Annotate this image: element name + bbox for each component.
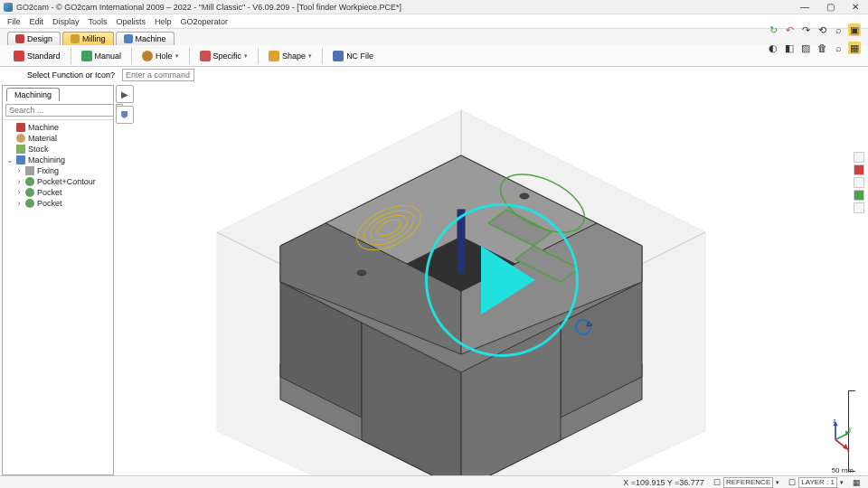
command-prompt: Select Function or Icon?: [27, 70, 115, 80]
right-strip: [854, 152, 866, 213]
rotate-icon[interactable]: ⟲: [816, 23, 828, 36]
material-icon: [16, 134, 25, 143]
milling-icon: [71, 34, 80, 43]
tree-pocket-1[interactable]: ›Pocket: [6, 187, 109, 198]
design-icon: [15, 34, 24, 43]
minimize-button[interactable]: —: [796, 1, 814, 14]
op-icon: [25, 177, 34, 186]
menu-bar: File Edit Display Tools Opelists Help GO…: [0, 14, 868, 29]
title-bar: GO2cam - © GO2cam International 2009 – 2…: [0, 0, 868, 14]
play-icon: [481, 246, 535, 314]
toolbar: Standard Manual Hole▾ Specific▾ Shape▾ N…: [0, 45, 868, 67]
title-text: GO2cam - © GO2cam International 2009 – 2…: [16, 3, 796, 12]
tool3-icon[interactable]: ▨: [799, 42, 812, 54]
fix-icon: [25, 166, 34, 175]
svg-text:x: x: [847, 446, 851, 452]
tool-standard[interactable]: Standard: [7, 48, 67, 64]
chevron-down-icon: ▾: [308, 52, 312, 60]
view-tools-row1: ↻ ↶ ↷ ⟲ ⌕ ▣: [767, 23, 861, 36]
manual-icon: [81, 51, 92, 61]
sidebar: Machining ⌕ Machine Material Stock ⌄Mach…: [2, 85, 114, 475]
hole-icon: [142, 51, 153, 61]
strip-btn-3[interactable]: [854, 177, 864, 188]
window-controls: — ▢ ✕: [796, 1, 864, 14]
search-input[interactable]: [5, 104, 114, 117]
op-icon: [25, 188, 34, 197]
machining-icon: [16, 155, 25, 164]
axis-gizmo[interactable]: z y x: [819, 419, 852, 452]
scale-label: 50 mm: [832, 466, 854, 474]
standard-icon: [14, 51, 24, 61]
menu-edit[interactable]: Edit: [30, 17, 44, 26]
tool-ncfile[interactable]: NC File: [326, 48, 380, 64]
machine-icon: [124, 34, 133, 43]
svg-text:z: z: [833, 419, 835, 424]
tool5-icon[interactable]: ⌕: [832, 42, 844, 54]
tool-manual[interactable]: Manual: [75, 48, 128, 64]
command-bar: Select Function or Icon?: [0, 67, 868, 83]
zoom-icon[interactable]: ⌕: [832, 23, 844, 36]
tab-milling[interactable]: Milling: [62, 32, 114, 45]
tool4-icon[interactable]: 🗑: [816, 42, 828, 54]
chevron-down-icon: ▾: [244, 52, 248, 60]
svg-point-18: [357, 270, 366, 276]
strip-btn-5[interactable]: [854, 202, 864, 213]
mode-tabs: Design Milling Machine: [0, 29, 868, 45]
specific-icon: [200, 51, 211, 61]
mini-play-icon[interactable]: ▶: [116, 85, 134, 103]
svg-point-17: [520, 193, 529, 199]
strip-btn-2[interactable]: [854, 164, 864, 175]
tool-specific[interactable]: Specific▾: [193, 48, 255, 64]
close-button[interactable]: ✕: [846, 1, 864, 14]
stock-icon: [16, 145, 25, 154]
redo-icon[interactable]: ↷: [799, 23, 812, 36]
tree-pocket-contour[interactable]: ›Pocket+Contour: [6, 176, 109, 187]
menu-tools[interactable]: Tools: [89, 17, 108, 26]
tab-machine[interactable]: Machine: [116, 32, 175, 45]
feature-tree: Machine Material Stock ⌄Machining ›Fixin…: [3, 120, 113, 211]
tool1-icon[interactable]: ◐: [767, 42, 779, 54]
tab-design[interactable]: Design: [7, 32, 61, 45]
maximize-button[interactable]: ▢: [821, 1, 839, 14]
menu-opelists[interactable]: Opelists: [117, 17, 146, 26]
svg-text:y: y: [848, 426, 852, 433]
tree-machining[interactable]: ⌄Machining: [6, 155, 109, 165]
mini-shield-icon[interactable]: ⛊: [116, 106, 134, 124]
tool-shape[interactable]: Shape▾: [262, 48, 318, 64]
mini-panel: ▶ ⛊: [116, 85, 136, 475]
strip-btn-4[interactable]: [854, 190, 864, 201]
op-icon: [25, 199, 34, 208]
sidebar-tab-machining[interactable]: Machining: [6, 88, 60, 101]
status-bar: X =109.915 Y =36.777 ☐REFERENCE▾ ☐LAYER …: [0, 475, 868, 488]
strip-btn-1[interactable]: [854, 152, 864, 163]
tool2-icon[interactable]: ◧: [783, 42, 796, 54]
view-tools-row2: ◐ ◧ ▨ 🗑 ⌕ ▦: [767, 42, 861, 54]
tree-material[interactable]: Material: [6, 133, 109, 144]
undo-icon[interactable]: ↶: [783, 23, 796, 36]
menu-help[interactable]: Help: [155, 17, 172, 26]
fit-icon[interactable]: ▣: [848, 23, 861, 36]
tree-pocket-2[interactable]: ›Pocket: [6, 198, 109, 209]
shape-icon: [269, 51, 279, 61]
tree-stock[interactable]: Stock: [6, 144, 109, 155]
refresh-icon[interactable]: ↻: [767, 23, 779, 36]
tool-hole[interactable]: Hole▾: [136, 48, 185, 64]
status-ref[interactable]: ☐REFERENCE▾: [713, 477, 779, 488]
status-layer[interactable]: ☐LAYER : 1▾: [788, 477, 844, 488]
chevron-down-icon: ▾: [175, 52, 179, 60]
status-coords: X =109.915 Y =36.777: [623, 478, 704, 487]
menu-display[interactable]: Display: [52, 17, 80, 26]
status-extra-icon[interactable]: ▦: [853, 478, 861, 487]
app-icon: [4, 3, 13, 12]
tool6-icon[interactable]: ▦: [848, 42, 861, 54]
ncfile-icon: [333, 51, 344, 61]
viewport-3d[interactable]: 50 mm z y x: [136, 83, 868, 477]
menu-go2operator[interactable]: GO2operator: [181, 17, 229, 26]
menu-file[interactable]: File: [7, 17, 21, 26]
tree-fixing[interactable]: ›Fixing: [6, 165, 109, 176]
play-button[interactable]: [425, 203, 579, 357]
command-input[interactable]: [122, 69, 194, 81]
machine-icon: [16, 123, 25, 132]
tree-machine[interactable]: Machine: [6, 122, 109, 133]
